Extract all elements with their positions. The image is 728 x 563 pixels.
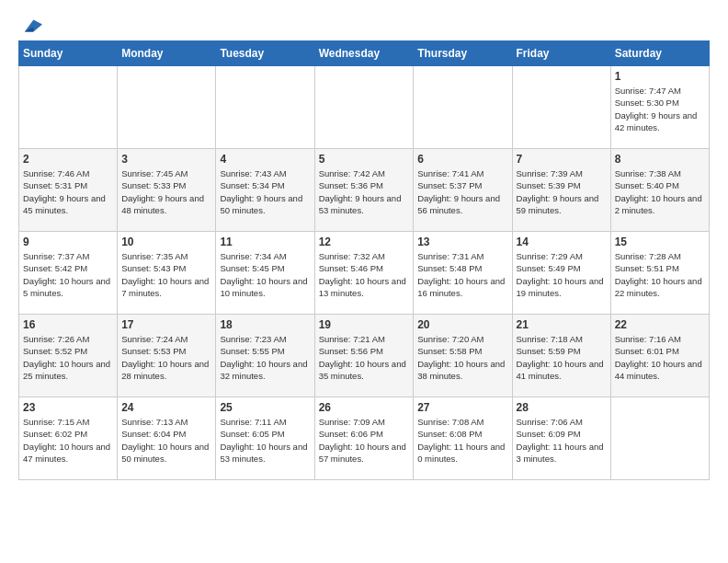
calendar-week-row: 1Sunrise: 7:47 AM Sunset: 5:30 PM Daylig…	[19, 66, 710, 149]
calendar-body: 1Sunrise: 7:47 AM Sunset: 5:30 PM Daylig…	[19, 66, 710, 480]
calendar-cell: 11Sunrise: 7:34 AM Sunset: 5:45 PM Dayli…	[216, 232, 314, 315]
calendar-cell: 7Sunrise: 7:39 AM Sunset: 5:39 PM Daylig…	[512, 149, 610, 232]
calendar-cell	[610, 397, 709, 480]
weekday-header-cell: Monday	[118, 41, 216, 66]
weekday-header-cell: Friday	[512, 41, 610, 66]
weekday-header-row: SundayMondayTuesdayWednesdayThursdayFrid…	[19, 41, 710, 66]
calendar-cell	[118, 66, 216, 149]
day-info: Sunrise: 7:35 AM Sunset: 5:43 PM Dayligh…	[121, 250, 211, 299]
day-info: Sunrise: 7:28 AM Sunset: 5:51 PM Dayligh…	[615, 250, 705, 299]
calendar-cell: 2Sunrise: 7:46 AM Sunset: 5:31 PM Daylig…	[19, 149, 118, 232]
calendar-cell: 25Sunrise: 7:11 AM Sunset: 6:05 PM Dayli…	[216, 397, 314, 480]
day-info: Sunrise: 7:47 AM Sunset: 5:30 PM Dayligh…	[615, 85, 705, 133]
calendar-cell: 28Sunrise: 7:06 AM Sunset: 6:09 PM Dayli…	[512, 397, 610, 480]
day-info: Sunrise: 7:20 AM Sunset: 5:58 PM Dayligh…	[417, 333, 507, 382]
day-info: Sunrise: 7:43 AM Sunset: 5:34 PM Dayligh…	[220, 167, 310, 216]
calendar-cell: 17Sunrise: 7:24 AM Sunset: 5:53 PM Dayli…	[118, 315, 216, 397]
calendar-cell: 23Sunrise: 7:15 AM Sunset: 6:02 PM Dayli…	[19, 397, 118, 480]
day-info: Sunrise: 7:39 AM Sunset: 5:39 PM Dayligh…	[517, 167, 607, 216]
day-info: Sunrise: 7:26 AM Sunset: 5:52 PM Dayligh…	[23, 333, 113, 382]
day-info: Sunrise: 7:45 AM Sunset: 5:33 PM Dayligh…	[121, 167, 211, 216]
day-info: Sunrise: 7:32 AM Sunset: 5:46 PM Dayligh…	[319, 250, 410, 299]
calendar-week-row: 9Sunrise: 7:37 AM Sunset: 5:42 PM Daylig…	[19, 232, 710, 315]
calendar-cell: 18Sunrise: 7:23 AM Sunset: 5:55 PM Dayli…	[216, 315, 314, 397]
calendar-week-row: 2Sunrise: 7:46 AM Sunset: 5:31 PM Daylig…	[19, 149, 710, 232]
day-number: 2	[23, 153, 113, 166]
calendar-cell	[414, 66, 512, 149]
day-info: Sunrise: 7:16 AM Sunset: 6:01 PM Dayligh…	[615, 333, 705, 382]
calendar-cell: 5Sunrise: 7:42 AM Sunset: 5:36 PM Daylig…	[314, 149, 414, 232]
calendar-week-row: 23Sunrise: 7:15 AM Sunset: 6:02 PM Dayli…	[19, 397, 710, 480]
day-info: Sunrise: 7:13 AM Sunset: 6:04 PM Dayligh…	[121, 416, 211, 465]
calendar-cell	[19, 66, 118, 149]
calendar-cell: 26Sunrise: 7:09 AM Sunset: 6:06 PM Dayli…	[314, 397, 414, 480]
weekday-header-cell: Wednesday	[314, 41, 414, 66]
logo	[18, 18, 42, 31]
day-number: 4	[220, 153, 310, 166]
day-info: Sunrise: 7:29 AM Sunset: 5:49 PM Dayligh…	[517, 250, 607, 299]
calendar-cell: 9Sunrise: 7:37 AM Sunset: 5:42 PM Daylig…	[19, 232, 118, 315]
day-info: Sunrise: 7:21 AM Sunset: 5:56 PM Dayligh…	[319, 333, 410, 382]
day-number: 15	[615, 236, 705, 248]
day-info: Sunrise: 7:31 AM Sunset: 5:48 PM Dayligh…	[417, 250, 507, 299]
day-number: 26	[319, 401, 410, 414]
calendar-cell: 27Sunrise: 7:08 AM Sunset: 6:08 PM Dayli…	[414, 397, 512, 480]
weekday-header-cell: Saturday	[610, 41, 709, 66]
day-info: Sunrise: 7:24 AM Sunset: 5:53 PM Dayligh…	[121, 333, 211, 382]
calendar-cell: 24Sunrise: 7:13 AM Sunset: 6:04 PM Dayli…	[118, 397, 216, 480]
day-number: 8	[615, 153, 705, 166]
calendar-cell: 13Sunrise: 7:31 AM Sunset: 5:48 PM Dayli…	[414, 232, 512, 315]
svg-marker-0	[25, 20, 42, 32]
weekday-header-cell: Sunday	[19, 41, 118, 66]
day-number: 16	[23, 318, 113, 331]
day-number: 28	[517, 401, 607, 414]
weekday-header-cell: Tuesday	[216, 41, 314, 66]
calendar-cell: 21Sunrise: 7:18 AM Sunset: 5:59 PM Dayli…	[512, 315, 610, 397]
calendar-cell: 6Sunrise: 7:41 AM Sunset: 5:37 PM Daylig…	[414, 149, 512, 232]
calendar-cell: 15Sunrise: 7:28 AM Sunset: 5:51 PM Dayli…	[610, 232, 709, 315]
day-info: Sunrise: 7:15 AM Sunset: 6:02 PM Dayligh…	[23, 416, 113, 465]
day-number: 14	[517, 236, 607, 248]
day-number: 23	[23, 401, 113, 414]
calendar-cell	[314, 66, 414, 149]
day-number: 12	[319, 236, 410, 248]
page-header	[18, 18, 710, 31]
day-number: 9	[23, 236, 113, 248]
day-info: Sunrise: 7:11 AM Sunset: 6:05 PM Dayligh…	[220, 416, 310, 465]
day-number: 6	[417, 153, 507, 166]
day-info: Sunrise: 7:23 AM Sunset: 5:55 PM Dayligh…	[220, 333, 310, 382]
day-info: Sunrise: 7:42 AM Sunset: 5:36 PM Dayligh…	[319, 167, 410, 216]
day-info: Sunrise: 7:06 AM Sunset: 6:09 PM Dayligh…	[517, 416, 607, 465]
calendar-cell	[512, 66, 610, 149]
calendar-cell: 3Sunrise: 7:45 AM Sunset: 5:33 PM Daylig…	[118, 149, 216, 232]
day-number: 22	[615, 318, 705, 331]
calendar-cell	[216, 66, 314, 149]
day-number: 17	[121, 318, 211, 331]
day-number: 18	[220, 318, 310, 331]
day-number: 10	[121, 236, 211, 248]
day-number: 19	[319, 318, 410, 331]
day-info: Sunrise: 7:09 AM Sunset: 6:06 PM Dayligh…	[319, 416, 410, 465]
calendar-cell: 8Sunrise: 7:38 AM Sunset: 5:40 PM Daylig…	[610, 149, 709, 232]
day-number: 24	[121, 401, 211, 414]
day-number: 27	[417, 401, 507, 414]
calendar-cell: 19Sunrise: 7:21 AM Sunset: 5:56 PM Dayli…	[314, 315, 414, 397]
weekday-header-cell: Thursday	[414, 41, 512, 66]
calendar-cell: 20Sunrise: 7:20 AM Sunset: 5:58 PM Dayli…	[414, 315, 512, 397]
day-number: 13	[417, 236, 507, 248]
day-info: Sunrise: 7:41 AM Sunset: 5:37 PM Dayligh…	[417, 167, 507, 216]
calendar-cell: 10Sunrise: 7:35 AM Sunset: 5:43 PM Dayli…	[118, 232, 216, 315]
day-number: 20	[417, 318, 507, 331]
day-info: Sunrise: 7:08 AM Sunset: 6:08 PM Dayligh…	[417, 416, 507, 465]
day-info: Sunrise: 7:18 AM Sunset: 5:59 PM Dayligh…	[517, 333, 607, 382]
calendar-cell: 22Sunrise: 7:16 AM Sunset: 6:01 PM Dayli…	[610, 315, 709, 397]
day-number: 3	[121, 153, 211, 166]
logo-icon	[20, 15, 42, 37]
calendar-week-row: 16Sunrise: 7:26 AM Sunset: 5:52 PM Dayli…	[19, 315, 710, 397]
calendar-cell: 12Sunrise: 7:32 AM Sunset: 5:46 PM Dayli…	[314, 232, 414, 315]
calendar-cell: 14Sunrise: 7:29 AM Sunset: 5:49 PM Dayli…	[512, 232, 610, 315]
day-info: Sunrise: 7:46 AM Sunset: 5:31 PM Dayligh…	[23, 167, 113, 216]
day-info: Sunrise: 7:34 AM Sunset: 5:45 PM Dayligh…	[220, 250, 310, 299]
calendar-cell: 4Sunrise: 7:43 AM Sunset: 5:34 PM Daylig…	[216, 149, 314, 232]
day-number: 7	[517, 153, 607, 166]
